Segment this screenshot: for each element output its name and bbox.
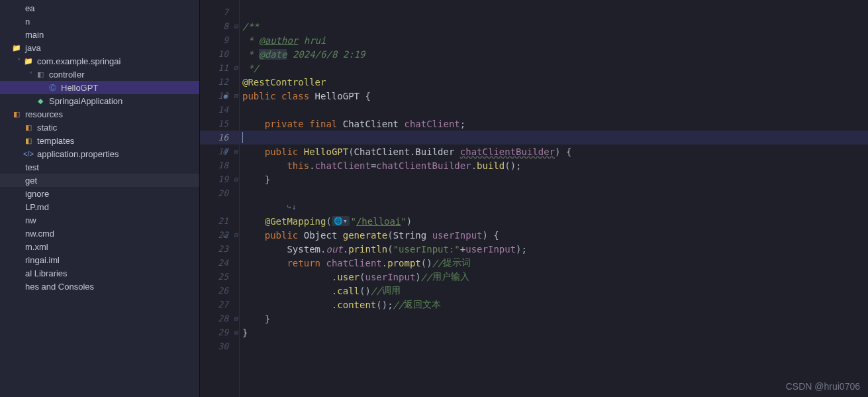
line-number[interactable]: 15	[200, 117, 239, 131]
line-number[interactable]: 18	[200, 158, 239, 172]
code-token: String	[393, 230, 432, 241]
chevron-down-icon[interactable]: ˅	[15, 58, 23, 65]
line-number[interactable]: 22▭⊟	[200, 228, 239, 242]
line-number[interactable]: 7	[200, 5, 239, 19]
code-token: ;	[460, 119, 465, 129]
line-number[interactable]: 14	[200, 103, 239, 117]
line-number[interactable]: 27	[200, 298, 239, 312]
tree-item[interactable]: ˅📁com.example.springai	[0, 54, 199, 68]
code-line[interactable]: .content();//返回文本	[240, 298, 868, 312]
tree-item[interactable]: get	[0, 174, 199, 187]
line-number[interactable]: 30	[200, 339, 239, 353]
code-line[interactable]: this.chatClient=chatClientBuilder.build(…	[240, 158, 868, 172]
code-line[interactable]: public Object generate(String userInput)…	[240, 228, 868, 242]
tree-item-label: nw	[25, 215, 36, 225]
tree-item[interactable]: ˅◧controller	[0, 68, 199, 81]
code-line[interactable]: public HelloGPT(ChatClient.Builder chatC…	[240, 144, 868, 158]
line-number[interactable]: 16	[200, 131, 239, 144]
fold-toggle-icon[interactable]: ⊟	[234, 148, 238, 155]
code-line[interactable]: private final ChatClient chatClient;	[240, 117, 868, 131]
line-number[interactable]: 17@⊟	[200, 144, 239, 158]
line-number[interactable]: 21	[200, 214, 239, 228]
code-line[interactable]: System.out.println("userInput:"+userInpu…	[240, 242, 868, 256]
code-line[interactable]	[240, 339, 868, 353]
code-token: prompt	[387, 258, 421, 268]
tree-item[interactable]: ignore	[0, 187, 199, 200]
line-number[interactable]: 29⊟	[200, 325, 239, 339]
tree-item[interactable]: 📁java	[0, 41, 199, 54]
fold-toggle-icon[interactable]: ⊟	[234, 64, 238, 72]
tree-item[interactable]: hes and Consoles	[0, 280, 199, 293]
line-number[interactable]	[200, 200, 239, 214]
tree-item[interactable]: test	[0, 160, 199, 174]
code-line[interactable]	[240, 131, 868, 144]
line-number[interactable]: 9	[200, 33, 239, 47]
tree-item[interactable]: ⒸHelloGPT	[0, 81, 199, 94]
line-number[interactable]: 26	[200, 284, 239, 298]
code-line[interactable]: * @author hrui	[240, 33, 868, 47]
fold-toggle-icon[interactable]: ⊟	[234, 315, 238, 322]
line-number[interactable]: 20	[200, 186, 239, 200]
line-number[interactable]: 24	[200, 256, 239, 270]
line-number[interactable]: 19⊟	[200, 172, 239, 186]
line-number[interactable]: 25	[200, 270, 239, 284]
chevron-down-icon[interactable]: ˅	[26, 71, 34, 78]
gutter-marker-icon[interactable]: ▭	[223, 231, 227, 239]
tree-item[interactable]: main	[0, 28, 199, 41]
code-line[interactable]	[240, 186, 868, 200]
code-token	[242, 216, 265, 227]
gutter-marker-icon[interactable]: @	[223, 148, 227, 155]
line-number[interactable]: 8⊟	[200, 19, 239, 33]
fold-toggle-icon[interactable]: ⊟	[234, 231, 238, 239]
tree-item[interactable]: n	[0, 15, 199, 28]
tree-item[interactable]: ◆SpringaiApplication	[0, 94, 199, 107]
tree-item[interactable]: nw	[0, 213, 199, 227]
project-tree-sidebar[interactable]: eanmain📁java˅📁com.example.springai˅◧cont…	[0, 0, 200, 397]
code-line[interactable]: @RestController	[240, 75, 868, 89]
fold-toggle-icon[interactable]: ⊟	[234, 92, 238, 99]
gutter-marker-icon[interactable]: ●	[223, 92, 227, 99]
code-token: /**	[242, 21, 259, 32]
code-line[interactable]: ⤷↓	[240, 200, 868, 214]
code-token: {	[561, 146, 572, 157]
tree-item[interactable]: nw.cmd	[0, 227, 199, 240]
fold-toggle-icon[interactable]: ⊟	[234, 329, 238, 336]
line-number[interactable]: 10	[200, 47, 239, 61]
tree-item[interactable]: m.xml	[0, 240, 199, 253]
code-token: )	[483, 230, 488, 241]
tree-item-label: com.example.springai	[37, 56, 121, 66]
line-number[interactable]: 11⊟	[200, 61, 239, 75]
code-line[interactable]: */	[240, 61, 868, 75]
tree-item[interactable]: </>application.properties	[0, 147, 199, 160]
code-line[interactable]	[240, 103, 868, 117]
line-number[interactable]: 13●⊟	[200, 89, 239, 103]
code-line[interactable]: .call()//调用	[240, 284, 868, 298]
tree-item[interactable]: ea	[0, 1, 199, 15]
inlay-hint-icon[interactable]: 🌐▾	[332, 216, 350, 226]
code-token: user	[337, 272, 360, 282]
line-number[interactable]: 28⊟	[200, 312, 239, 325]
tree-item[interactable]: ◧static	[0, 121, 199, 134]
fold-toggle-icon[interactable]: ⊟	[234, 23, 238, 30]
code-line[interactable]: .user(userInput)//用户输入	[240, 270, 868, 284]
line-number[interactable]: 12	[200, 75, 239, 89]
code-token: chatClient	[404, 119, 459, 129]
code-line[interactable]	[240, 5, 868, 19]
code-line[interactable]: public class HelloGPT {	[240, 89, 868, 103]
code-line[interactable]: /**	[240, 19, 868, 33]
tree-item[interactable]: ringai.iml	[0, 253, 199, 266]
code-line[interactable]: return chatClient.prompt()//提示词	[240, 256, 868, 270]
tree-item[interactable]: ◧templates	[0, 134, 199, 147]
code-line[interactable]: }	[240, 312, 868, 325]
line-number[interactable]: 23	[200, 242, 239, 256]
fold-toggle-icon[interactable]: ⊟	[234, 176, 238, 183]
code-line[interactable]: }	[240, 325, 868, 339]
code-line[interactable]: }	[240, 172, 868, 186]
code-editor[interactable]: /** * @author hrui * @date 2024/6/8 2:19…	[240, 0, 868, 397]
code-line[interactable]: * @date 2024/6/8 2:19	[240, 47, 868, 61]
tree-item[interactable]: ◧resources	[0, 107, 199, 121]
tree-item[interactable]: LP.md	[0, 200, 199, 213]
code-token: }	[242, 313, 270, 324]
tree-item[interactable]: al Libraries	[0, 266, 199, 280]
code-line[interactable]: @GetMapping(🌐▾"/helloai")	[240, 214, 868, 228]
